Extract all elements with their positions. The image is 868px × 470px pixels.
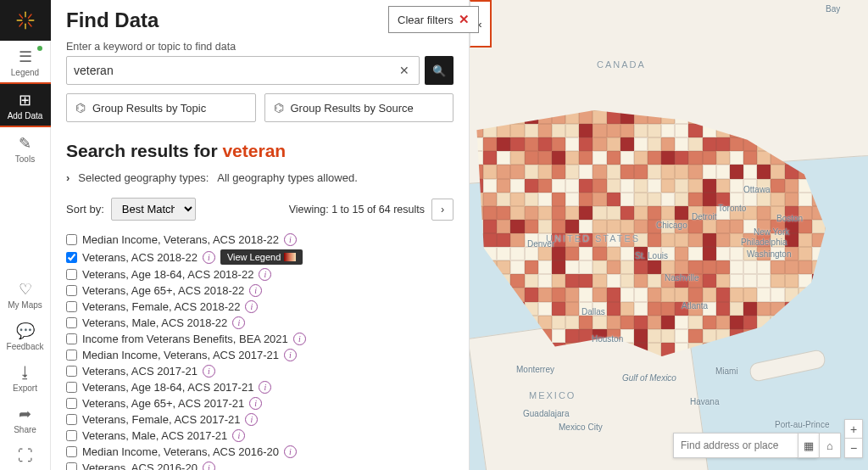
svg-line-3 — [28, 23, 31, 26]
info-icon[interactable]: i — [284, 349, 297, 361]
result-item: Veterans, ACS 2018-22iView Legend — [66, 249, 453, 266]
search-button[interactable]: 🔍 — [425, 56, 453, 85]
group-label: Group Results by Source — [291, 102, 414, 115]
result-label[interactable]: Veterans, ACS 2016-20 — [82, 462, 198, 470]
rail-label: Feedback — [7, 342, 44, 351]
info-icon[interactable]: i — [232, 316, 245, 329]
result-label[interactable]: Median Income, Veterans, ACS 2017-21 — [82, 349, 279, 361]
result-checkbox[interactable] — [66, 350, 77, 361]
map-label: Port-au-Prince — [775, 420, 829, 429]
results-heading: Search results for veteran — [66, 141, 453, 161]
heart-icon: ♡ — [16, 280, 35, 299]
info-icon[interactable]: i — [245, 413, 258, 426]
info-icon[interactable]: i — [259, 381, 271, 394]
hierarchy-icon: ⌬ — [274, 101, 284, 115]
map-search-box[interactable]: 🔍 — [673, 433, 817, 458]
zoom-out-button[interactable]: − — [845, 439, 862, 457]
map-canvas[interactable]: CANADA UNITED STATES MEXICO Bay Ottawa T… — [470, 0, 868, 470]
result-item: Income from Veterans Benefits, BEA 2021i — [66, 332, 453, 346]
info-icon[interactable]: i — [293, 333, 306, 345]
info-icon[interactable]: i — [284, 233, 297, 246]
rail-share[interactable]: ➦ Share — [0, 398, 51, 439]
group-by-source-button[interactable]: ⌬ Group Results by Source — [264, 93, 454, 122]
rail-add-data[interactable]: ⊞ Add Data — [0, 82, 51, 127]
rail-feedback[interactable]: 💬 Feedback — [0, 315, 51, 356]
group-by-topic-button[interactable]: ⌬ Group Results by Topic — [66, 93, 256, 122]
result-checkbox[interactable] — [66, 285, 77, 296]
map-label: Miami — [715, 366, 738, 376]
info-icon[interactable]: i — [203, 251, 215, 264]
clear-filters-button[interactable]: Clear filters ✕ — [388, 6, 479, 33]
info-icon[interactable]: i — [245, 300, 258, 313]
map-search-input[interactable] — [674, 439, 815, 451]
result-checkbox[interactable] — [66, 446, 77, 457]
result-label[interactable]: Veterans, Age 18-64, ACS 2017-21 — [82, 381, 253, 394]
result-checkbox[interactable] — [66, 382, 77, 393]
rail-legend[interactable]: ☰ Legend — [0, 41, 51, 82]
result-checkbox[interactable] — [66, 430, 77, 441]
result-checkbox[interactable] — [66, 414, 77, 425]
result-checkbox[interactable] — [66, 317, 77, 328]
left-rail: ☰ Legend ⊞ Add Data ✎ Tools ♡ My Maps 💬 … — [0, 0, 51, 470]
rail-label: Export — [13, 383, 37, 393]
geo-value: All geography types allowed. — [217, 171, 358, 184]
geo-label: Selected geography types: — [78, 171, 209, 184]
info-icon[interactable]: i — [232, 429, 245, 442]
fullscreen-icon: ⛶ — [16, 446, 35, 465]
info-icon[interactable]: i — [249, 284, 262, 297]
info-icon[interactable]: i — [249, 397, 262, 410]
info-icon[interactable]: i — [203, 462, 215, 470]
spark-icon — [14, 8, 37, 32]
rail-tools[interactable]: ✎ Tools — [0, 127, 51, 169]
result-label[interactable]: Veterans, Age 65+, ACS 2017-21 — [82, 397, 244, 410]
rail-my-maps[interactable]: ♡ My Maps — [0, 273, 51, 315]
search-hint: Enter a keyword or topic to find data — [66, 41, 453, 53]
result-label[interactable]: Veterans, Age 65+, ACS 2018-22 — [82, 284, 244, 297]
result-item: Veterans, ACS 2017-21i — [66, 364, 453, 378]
view-legend-button[interactable]: View Legend — [220, 249, 303, 265]
grid-icon: ▦ — [804, 439, 814, 452]
zoom-in-button[interactable]: + — [845, 420, 862, 439]
result-label[interactable]: Veterans, ACS 2017-21 — [82, 365, 198, 378]
result-checkbox[interactable] — [66, 234, 77, 245]
result-checkbox[interactable] — [66, 398, 77, 409]
sort-select[interactable]: Best Match — [111, 198, 196, 221]
result-checkbox[interactable] — [66, 366, 77, 377]
home-icon: ⌂ — [826, 439, 833, 452]
result-item: Veterans, Age 65+, ACS 2017-21i — [66, 396, 453, 411]
find-data-panel: Find Data Enter a keyword or topic to fi… — [51, 0, 470, 470]
info-icon[interactable]: i — [259, 268, 271, 281]
clear-input-icon[interactable]: ✕ — [397, 64, 412, 77]
view-legend-label: View Legend — [227, 252, 281, 262]
viewing-text: Viewing: 1 to 15 of 64 results — [289, 204, 425, 215]
result-checkbox[interactable] — [66, 333, 77, 344]
result-checkbox[interactable] — [66, 269, 77, 280]
tools-icon: ✎ — [16, 134, 35, 153]
app-logo[interactable] — [0, 0, 51, 41]
result-label[interactable]: Veterans, Female, ACS 2017-21 — [82, 413, 240, 426]
search-input[interactable] — [74, 64, 397, 77]
geography-filter-row[interactable]: › Selected geography types: All geograph… — [66, 171, 453, 184]
result-label[interactable]: Veterans, Male, ACS 2017-21 — [82, 429, 227, 442]
info-icon[interactable]: i — [284, 445, 297, 458]
result-label[interactable]: Veterans, Female, ACS 2018-22 — [82, 300, 240, 313]
result-label[interactable]: Median Income, Veterans, ACS 2016-20 — [82, 445, 279, 458]
result-label[interactable]: Income from Veterans Benefits, BEA 2021 — [82, 333, 288, 345]
result-label[interactable]: Veterans, Male, ACS 2018-22 — [82, 316, 227, 329]
result-label[interactable]: Veterans, Age 18-64, ACS 2018-22 — [82, 268, 253, 281]
result-checkbox[interactable] — [66, 462, 77, 470]
result-label[interactable]: Median Income, Veterans, ACS 2018-22 — [82, 233, 279, 246]
result-label[interactable]: Veterans, ACS 2018-22 — [82, 251, 198, 264]
result-checkbox[interactable] — [66, 301, 77, 312]
clear-filters-label: Clear filters — [398, 14, 453, 26]
rail-fullscreen[interactable]: ⛶ — [0, 439, 51, 470]
download-icon: ⭳ — [16, 363, 35, 382]
search-box[interactable]: ✕ — [66, 56, 420, 85]
basemap-button[interactable]: ▦ — [798, 433, 820, 458]
result-checkbox[interactable] — [66, 252, 77, 263]
next-page-button[interactable]: › — [431, 199, 453, 221]
legend-swatch-icon — [284, 253, 296, 261]
home-extent-button[interactable]: ⌂ — [819, 433, 841, 458]
info-icon[interactable]: i — [203, 365, 215, 378]
rail-export[interactable]: ⭳ Export — [0, 356, 51, 398]
